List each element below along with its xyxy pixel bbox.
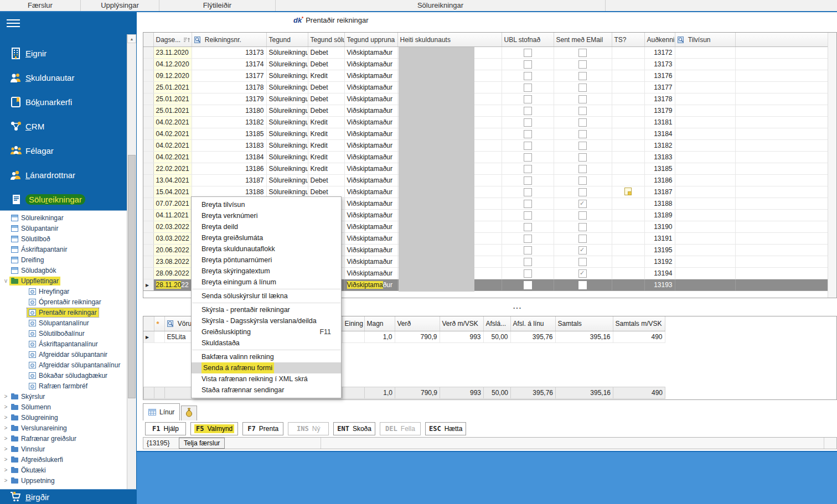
- ubl-checkbox[interactable]: [524, 176, 532, 185]
- panel-splitter[interactable]: ...: [513, 303, 522, 310]
- email-checkbox[interactable]: [578, 165, 587, 173]
- ubl-checkbox[interactable]: [524, 60, 532, 69]
- email-checkbox[interactable]: [578, 95, 587, 103]
- tab-faerslur[interactable]: Færslur: [0, 0, 81, 11]
- context-menu-item[interactable]: Breyta einingum á línum: [192, 277, 341, 288]
- tree-item[interactable]: Óprentaðir reikningar: [0, 297, 127, 307]
- col-header-dagsetning[interactable]: Dagse...: [153, 33, 192, 47]
- invoice-row[interactable]: 04.02.2021 13182 Sölureikningur Kredit V…: [143, 117, 829, 128]
- tree-item[interactable]: > Vinnslur: [0, 444, 127, 454]
- email-checkbox[interactable]: [578, 211, 587, 220]
- sidebar-scrollbar[interactable]: ▲: [127, 34, 136, 489]
- context-menu-item[interactable]: Staða rafrænnar sendingar: [192, 385, 341, 396]
- function-button[interactable]: DELFella: [380, 422, 421, 435]
- scrollbar-thumb[interactable]: [128, 155, 136, 398]
- invoice-row[interactable]: 25.01.2021 13179 Sölureikningur Debet Vi…: [143, 93, 829, 105]
- function-button[interactable]: F7Prenta: [242, 422, 283, 435]
- function-button[interactable]: F5Valmynd: [190, 422, 238, 435]
- ubl-checkbox[interactable]: [524, 142, 532, 150]
- col-header-samtals[interactable]: Samtals: [555, 316, 613, 331]
- tree-expander-icon[interactable]: >: [2, 404, 9, 410]
- function-button[interactable]: ENTSkoða: [333, 422, 375, 435]
- col-header-reikningsnr[interactable]: Reikningsnr.: [192, 33, 266, 47]
- tree-item[interactable]: Sölupantanalínur: [0, 318, 127, 328]
- col-header-sent-med-email[interactable]: Sent með EMail: [554, 33, 612, 47]
- email-checkbox[interactable]: [578, 153, 587, 162]
- function-button[interactable]: F1Hjálp: [145, 422, 186, 435]
- invoice-row[interactable]: 13.04.2021 13187 Sölureikningur Debet Vi…: [143, 175, 829, 186]
- scroll-up-icon[interactable]: ▲: [127, 34, 136, 43]
- function-button[interactable]: ESCHætta: [425, 422, 466, 435]
- col-header-ts[interactable]: TS?: [612, 33, 644, 47]
- col-header-ubl-stofnad[interactable]: UBL stofnað: [502, 33, 554, 47]
- ubl-checkbox[interactable]: [524, 107, 532, 115]
- tree-item[interactable]: > Afgreiðslukerfi: [0, 454, 127, 465]
- tree-item[interactable]: Áskriftapantanir: [0, 244, 127, 254]
- ubl-checkbox[interactable]: [524, 84, 532, 92]
- context-menu-item[interactable]: Senda á rafrænu formi: [192, 362, 341, 373]
- tree-item[interactable]: Áskriftapantanalínur: [0, 339, 127, 349]
- tree-expander-icon[interactable]: >: [2, 467, 9, 473]
- col-header-tegund-uppruna[interactable]: Tegund uppruna: [344, 33, 397, 47]
- context-menu-item[interactable]: Bakfæra valinn reikning: [192, 351, 341, 362]
- invoice-row[interactable]: 25.01.2021 13178 Sölureikningur Debet Vi…: [143, 82, 829, 93]
- context-menu-item[interactable]: Senda söluskýrslur til lækna: [192, 290, 341, 302]
- grid-scrollbar[interactable]: [828, 33, 836, 298]
- tree-item[interactable]: > Verslunareining: [0, 423, 127, 433]
- sidebar-item-bokunarkerfi[interactable]: Bókunarkerfi: [0, 90, 127, 114]
- email-checkbox[interactable]: [578, 60, 587, 69]
- tree-expander-icon[interactable]: >: [2, 446, 9, 452]
- invoice-row[interactable]: 23.11.2020 13173 Sölureikningur Debet Vi…: [143, 47, 829, 59]
- tree-expander-icon[interactable]: >: [2, 477, 9, 484]
- col-header-samtals-mvsk[interactable]: Samtals m/VSK: [613, 316, 665, 331]
- email-checkbox[interactable]: [578, 118, 587, 127]
- invoice-row[interactable]: 04.02.2021 13184 Sölureikningur Kredit V…: [143, 152, 829, 163]
- invoice-row[interactable]: 22.02.2021 13186 Sölureikningur Kredit V…: [143, 163, 829, 175]
- invoice-row[interactable]: 25.01.2021 13180 Sölureikningur Debet Vi…: [143, 105, 829, 117]
- context-menu-item[interactable]: Vista rafrænan reikning í XML skrá: [192, 373, 341, 385]
- count-records-button[interactable]: Telja færslur: [179, 438, 225, 449]
- ubl-checkbox[interactable]: [524, 281, 532, 289]
- col-header-tegund[interactable]: Tegund: [266, 33, 308, 47]
- col-header-tegund-solu[interactable]: Tegund sölu: [308, 33, 344, 47]
- col-header-verd-mvsk[interactable]: Verð m/VSK: [440, 316, 483, 331]
- tree-item[interactable]: Hreyfingar: [0, 286, 127, 297]
- tree-expander-icon[interactable]: >: [2, 425, 9, 431]
- tree-expander-icon[interactable]: >: [2, 435, 9, 441]
- ubl-checkbox[interactable]: [524, 200, 532, 208]
- tree-item[interactable]: Sölupantanir: [0, 223, 127, 233]
- function-button[interactable]: INSNý: [288, 422, 329, 435]
- email-checkbox[interactable]: [578, 142, 587, 150]
- ubl-checkbox[interactable]: [524, 246, 532, 254]
- email-checkbox[interactable]: [578, 258, 587, 266]
- sidebar-item-skuldunautar[interactable]: Skuldunautar: [0, 65, 127, 90]
- context-menu-item[interactable]: Breyta skuldunautaflokk: [192, 243, 341, 254]
- ubl-checkbox[interactable]: [524, 211, 532, 220]
- ubl-checkbox[interactable]: [524, 188, 532, 196]
- context-menu-item[interactable]: Breyta skýringatextum: [192, 266, 341, 277]
- tree-item[interactable]: > Sölugreining: [0, 412, 127, 423]
- sidebar-item-eignir[interactable]: Eignir: [0, 41, 127, 65]
- context-menu-item[interactable]: Skýrsla - prentaðir reikningar: [192, 304, 341, 315]
- ubl-checkbox[interactable]: [524, 118, 532, 127]
- tree-item[interactable]: Dreifing: [0, 254, 127, 265]
- ubl-checkbox[interactable]: [524, 235, 532, 243]
- sidebar-item-crm[interactable]: CRM: [0, 114, 127, 138]
- tree-expander-icon[interactable]: >: [2, 414, 9, 420]
- tab-payments[interactable]: [181, 406, 197, 420]
- ubl-checkbox[interactable]: [524, 130, 532, 138]
- col-header-afsla[interactable]: Afslá...: [483, 316, 510, 331]
- email-checkbox[interactable]: [578, 49, 587, 57]
- tab-linur[interactable]: Línur: [143, 403, 180, 420]
- col-header-eining[interactable]: Eining: [342, 316, 364, 331]
- ubl-checkbox[interactable]: [524, 258, 532, 266]
- col-header-audkenni[interactable]: Auðkenni: [644, 33, 675, 47]
- sidebar-item-birgdir[interactable]: Birgðir: [0, 489, 137, 504]
- context-menu-item[interactable]: Breyta tilvísun: [192, 199, 341, 210]
- tree-expander-icon[interactable]: >: [2, 393, 9, 399]
- ubl-checkbox[interactable]: [524, 72, 532, 80]
- ubl-checkbox[interactable]: [524, 165, 532, 173]
- sidebar-item-felagar[interactable]: Félagar: [0, 138, 127, 163]
- tab-flytileidir[interactable]: Flýtileiðir: [159, 0, 276, 11]
- context-menu-item[interactable]: Skuldastaða: [192, 337, 341, 349]
